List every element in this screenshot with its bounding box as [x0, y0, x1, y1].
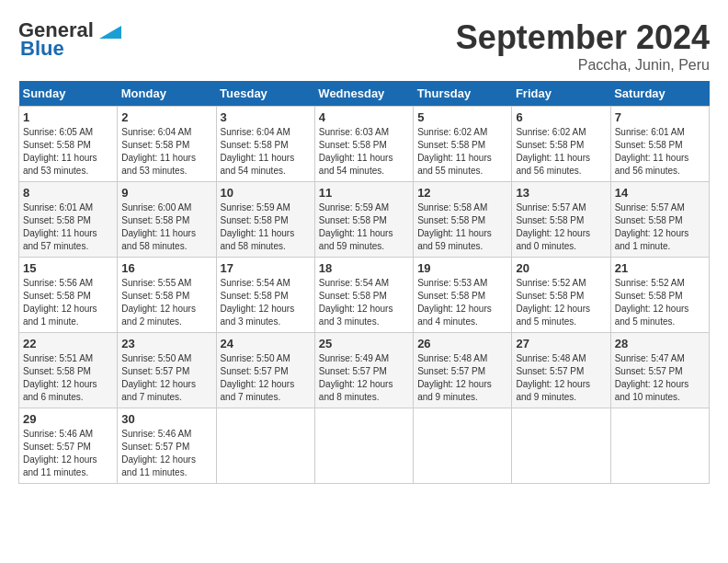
calendar-week-row: 22 Sunrise: 5:51 AM Sunset: 5:58 PM Dayl… — [19, 333, 710, 408]
day-number: 27 — [516, 337, 606, 350]
day-number: 17 — [221, 261, 311, 275]
day-info: Sunrise: 5:55 AM Sunset: 5:58 PM Dayligh… — [121, 277, 211, 328]
calendar-cell: 13 Sunrise: 5:57 AM Sunset: 5:58 PM Dayl… — [512, 182, 610, 258]
day-number: 5 — [417, 110, 507, 124]
day-number: 18 — [319, 261, 409, 275]
day-number: 13 — [516, 186, 606, 200]
day-number: 26 — [417, 337, 507, 350]
column-header-monday: Monday — [118, 81, 216, 107]
day-number: 28 — [615, 337, 705, 350]
day-info: Sunrise: 6:01 AM Sunset: 5:58 PM Dayligh… — [615, 126, 705, 178]
calendar-cell: 1 Sunrise: 6:05 AM Sunset: 5:58 PM Dayli… — [19, 107, 118, 182]
calendar-cell: 17 Sunrise: 5:54 AM Sunset: 5:58 PM Dayl… — [216, 258, 314, 333]
day-number: 22 — [23, 337, 113, 350]
calendar-cell: 29 Sunrise: 5:46 AM Sunset: 5:57 PM Dayl… — [19, 408, 118, 484]
calendar-cell: 21 Sunrise: 5:52 AM Sunset: 5:58 PM Dayl… — [610, 258, 709, 333]
day-info: Sunrise: 5:48 AM Sunset: 5:57 PM Dayligh… — [417, 352, 507, 404]
calendar-cell — [314, 408, 413, 484]
calendar-cell: 11 Sunrise: 5:59 AM Sunset: 5:58 PM Dayl… — [314, 182, 413, 258]
day-info: Sunrise: 5:52 AM Sunset: 5:58 PM Dayligh… — [516, 277, 606, 328]
calendar-cell: 14 Sunrise: 5:57 AM Sunset: 5:58 PM Dayl… — [610, 182, 709, 258]
day-number: 1 — [23, 110, 113, 124]
calendar-cell: 15 Sunrise: 5:56 AM Sunset: 5:58 PM Dayl… — [19, 258, 118, 333]
calendar-cell: 22 Sunrise: 5:51 AM Sunset: 5:58 PM Dayl… — [19, 333, 118, 408]
column-header-tuesday: Tuesday — [216, 81, 314, 107]
day-info: Sunrise: 5:58 AM Sunset: 5:58 PM Dayligh… — [417, 201, 507, 253]
day-number: 20 — [516, 261, 606, 275]
day-info: Sunrise: 5:56 AM Sunset: 5:58 PM Dayligh… — [23, 277, 113, 328]
column-header-sunday: Sunday — [19, 81, 118, 107]
day-info: Sunrise: 6:02 AM Sunset: 5:58 PM Dayligh… — [516, 126, 606, 178]
day-info: Sunrise: 5:59 AM Sunset: 5:58 PM Dayligh… — [319, 201, 409, 253]
day-info: Sunrise: 6:00 AM Sunset: 5:58 PM Dayligh… — [121, 201, 211, 253]
day-info: Sunrise: 5:51 AM Sunset: 5:58 PM Dayligh… — [23, 352, 113, 404]
day-number: 25 — [319, 337, 409, 350]
day-info: Sunrise: 5:59 AM Sunset: 5:58 PM Dayligh… — [221, 201, 311, 253]
calendar-cell: 8 Sunrise: 6:01 AM Sunset: 5:58 PM Dayli… — [19, 182, 118, 258]
day-info: Sunrise: 5:50 AM Sunset: 5:57 PM Dayligh… — [121, 352, 211, 404]
calendar-cell: 25 Sunrise: 5:49 AM Sunset: 5:57 PM Dayl… — [314, 333, 413, 408]
title-section: September 2024 Paccha, Junin, Peru — [456, 18, 710, 74]
calendar-cell — [216, 408, 314, 484]
column-header-wednesday: Wednesday — [314, 81, 413, 107]
calendar-cell: 23 Sunrise: 5:50 AM Sunset: 5:57 PM Dayl… — [118, 333, 216, 408]
day-number: 23 — [121, 337, 211, 350]
calendar-cell: 24 Sunrise: 5:50 AM Sunset: 5:57 PM Dayl… — [216, 333, 314, 408]
day-number: 21 — [615, 261, 705, 275]
day-number: 30 — [121, 412, 211, 426]
day-number: 3 — [221, 110, 311, 124]
day-info: Sunrise: 5:57 AM Sunset: 5:58 PM Dayligh… — [615, 201, 705, 253]
calendar-cell: 16 Sunrise: 5:55 AM Sunset: 5:58 PM Dayl… — [118, 258, 216, 333]
calendar-cell — [610, 408, 709, 484]
calendar-cell: 20 Sunrise: 5:52 AM Sunset: 5:58 PM Dayl… — [512, 258, 610, 333]
calendar-cell: 28 Sunrise: 5:47 AM Sunset: 5:57 PM Dayl… — [610, 333, 709, 408]
day-info: Sunrise: 5:50 AM Sunset: 5:57 PM Dayligh… — [221, 352, 311, 404]
day-info: Sunrise: 5:48 AM Sunset: 5:57 PM Dayligh… — [516, 352, 606, 404]
calendar-cell: 10 Sunrise: 5:59 AM Sunset: 5:58 PM Dayl… — [216, 182, 314, 258]
day-info: Sunrise: 5:47 AM Sunset: 5:57 PM Dayligh… — [615, 352, 705, 404]
day-info: Sunrise: 6:04 AM Sunset: 5:58 PM Dayligh… — [121, 126, 211, 178]
day-number: 11 — [319, 186, 409, 200]
calendar-cell: 2 Sunrise: 6:04 AM Sunset: 5:58 PM Dayli… — [118, 107, 216, 182]
day-number: 24 — [221, 337, 311, 350]
day-info: Sunrise: 5:49 AM Sunset: 5:57 PM Dayligh… — [319, 352, 409, 404]
logo-blue-text: Blue — [20, 39, 64, 59]
calendar-cell: 12 Sunrise: 5:58 AM Sunset: 5:58 PM Dayl… — [414, 182, 512, 258]
day-info: Sunrise: 5:46 AM Sunset: 5:57 PM Dayligh… — [23, 428, 113, 479]
day-info: Sunrise: 5:46 AM Sunset: 5:57 PM Dayligh… — [121, 428, 211, 479]
calendar-cell — [414, 408, 512, 484]
day-info: Sunrise: 6:01 AM Sunset: 5:58 PM Dayligh… — [23, 201, 113, 253]
calendar-week-row: 8 Sunrise: 6:01 AM Sunset: 5:58 PM Dayli… — [19, 182, 710, 258]
day-number: 15 — [23, 261, 113, 275]
day-number: 2 — [121, 110, 211, 124]
calendar-cell: 3 Sunrise: 6:04 AM Sunset: 5:58 PM Dayli… — [216, 107, 314, 182]
day-number: 8 — [23, 186, 113, 200]
day-info: Sunrise: 5:57 AM Sunset: 5:58 PM Dayligh… — [516, 201, 606, 253]
day-number: 10 — [221, 186, 311, 200]
page-header: General Blue September 2024 Paccha, Juni… — [18, 18, 710, 74]
day-info: Sunrise: 5:54 AM Sunset: 5:58 PM Dayligh… — [319, 277, 409, 328]
calendar-week-row: 29 Sunrise: 5:46 AM Sunset: 5:57 PM Dayl… — [19, 408, 710, 484]
calendar-cell: 4 Sunrise: 6:03 AM Sunset: 5:58 PM Dayli… — [314, 107, 413, 182]
calendar-cell: 9 Sunrise: 6:00 AM Sunset: 5:58 PM Dayli… — [118, 182, 216, 258]
day-info: Sunrise: 6:02 AM Sunset: 5:58 PM Dayligh… — [417, 126, 507, 178]
svg-marker-0 — [99, 26, 121, 39]
day-info: Sunrise: 5:53 AM Sunset: 5:58 PM Dayligh… — [417, 277, 507, 328]
day-info: Sunrise: 5:54 AM Sunset: 5:58 PM Dayligh… — [221, 277, 311, 328]
calendar-cell: 27 Sunrise: 5:48 AM Sunset: 5:57 PM Dayl… — [512, 333, 610, 408]
day-number: 14 — [615, 186, 705, 200]
day-info: Sunrise: 6:03 AM Sunset: 5:58 PM Dayligh… — [319, 126, 409, 178]
day-number: 7 — [615, 110, 705, 124]
calendar-header-row: SundayMondayTuesdayWednesdayThursdayFrid… — [19, 81, 710, 107]
calendar-cell: 18 Sunrise: 5:54 AM Sunset: 5:58 PM Dayl… — [314, 258, 413, 333]
calendar-cell — [512, 408, 610, 484]
calendar-week-row: 15 Sunrise: 5:56 AM Sunset: 5:58 PM Dayl… — [19, 258, 710, 333]
day-number: 19 — [417, 261, 507, 275]
calendar-cell: 19 Sunrise: 5:53 AM Sunset: 5:58 PM Dayl… — [414, 258, 512, 333]
day-info: Sunrise: 5:52 AM Sunset: 5:58 PM Dayligh… — [615, 277, 705, 328]
column-header-saturday: Saturday — [610, 81, 709, 107]
month-title: September 2024 — [456, 18, 710, 57]
calendar-week-row: 1 Sunrise: 6:05 AM Sunset: 5:58 PM Dayli… — [19, 107, 710, 182]
day-number: 29 — [23, 412, 113, 426]
location: Paccha, Junin, Peru — [456, 57, 710, 74]
